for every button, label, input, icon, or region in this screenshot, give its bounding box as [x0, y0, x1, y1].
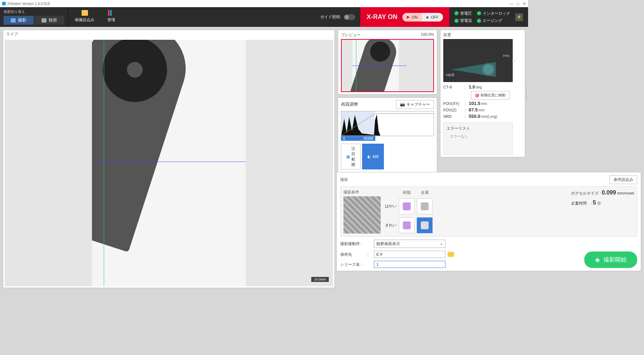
xray-source-label: X線源 [446, 73, 454, 77]
xray-status: X-RAY ON ▶ ON ■ OFF [360, 7, 449, 27]
row-fine: きれい [385, 222, 397, 228]
cond-fine-resin[interactable] [399, 217, 415, 233]
cond-fine-metal[interactable] [417, 217, 433, 233]
device-diagram[interactable]: FPD X線源 ▷ [443, 39, 513, 82]
load-image-button[interactable]: 画像読込み [68, 7, 101, 27]
shoot-title: 撮影 [340, 177, 348, 182]
live-title: ライブ [3, 30, 335, 38]
xray-on-label: X-RAY ON [367, 13, 397, 21]
capture-label: キャプチャー [406, 102, 430, 107]
aw-button[interactable]: ◐ AW [362, 144, 384, 169]
col-resin: 樹脂 [399, 190, 415, 195]
tab-observe-label: 観察 [49, 17, 57, 23]
cond-title: 撮影条件 [343, 190, 381, 195]
xray-off-button[interactable]: ■ OFF [422, 13, 443, 21]
folder-icon [82, 10, 88, 16]
arrow-right-icon[interactable]: ▷ [512, 59, 515, 63]
home-label: 初期位置に移動 [480, 93, 506, 98]
crosshair-vertical [104, 40, 104, 286]
close-icon[interactable]: ✕ [523, 1, 526, 6]
fov-z-value: 87.5 [469, 107, 478, 112]
cond-fast-metal[interactable] [417, 198, 433, 214]
preview-zoom: 100.0% [421, 32, 434, 38]
manage-icon [108, 10, 114, 16]
hist-min: 0 [341, 136, 347, 141]
guide-light-toggle[interactable] [344, 14, 355, 20]
series-name-input[interactable]: 1 [374, 261, 445, 268]
post-action-select[interactable]: 観察画面表示 ⌄ [374, 240, 445, 248]
manage-button[interactable]: 管理 [101, 7, 122, 27]
status-tube-current: 管電流 [454, 18, 472, 23]
iq-title: 画質調整 [341, 101, 358, 107]
fpd-label: FPD [503, 54, 509, 58]
live-image [92, 40, 246, 286]
capture-icon [11, 18, 16, 23]
histogram[interactable] [341, 111, 434, 136]
tab-capture[interactable]: 撮影 [4, 16, 34, 25]
condition-thumbnail [343, 196, 381, 234]
maximize-icon[interactable]: □ [517, 1, 519, 6]
save-dest-label: 保存先 [340, 252, 365, 257]
play-icon: ▶ [407, 15, 410, 19]
observe-icon [42, 18, 47, 23]
minimize-icon[interactable]: — [509, 1, 513, 6]
focus-icon: ▦ [346, 154, 350, 159]
app-icon [2, 2, 6, 5]
ct-theta-value: 1.0 [469, 84, 475, 90]
srd-label: SRD [443, 114, 463, 119]
preview-title: プレビュー [341, 32, 361, 38]
browse-folder-button[interactable] [448, 252, 454, 257]
focus-label: 注目範囲 [351, 146, 355, 167]
xray-on-text: ON [412, 15, 418, 19]
save-dest-input[interactable]: E:¥ [374, 251, 445, 258]
xray-off-text: OFF [431, 15, 439, 19]
scalebar: 14.0mm [311, 277, 329, 282]
svg-point-4 [483, 64, 494, 75]
window-titlebar: XSeeker Version 1.0.0.918 — □ ✕ [0, 0, 528, 7]
status-interlock: インターロック [477, 11, 510, 16]
xray-on-button[interactable]: ▶ ON [402, 13, 422, 21]
home-position-button[interactable]: 🎯初期位置に移動 [471, 91, 509, 100]
stop-icon: ■ [426, 15, 429, 19]
tab-observe[interactable]: 観察 [34, 16, 64, 25]
error-title: エラーリスト [447, 126, 509, 131]
manage-label: 管理 [107, 17, 115, 23]
focus-range-button[interactable]: ▦ 注目範囲 [341, 144, 361, 169]
row-fast: はやい [385, 203, 397, 209]
ct-theta-label: CT-θ [443, 85, 463, 89]
aw-label: AW [372, 154, 379, 159]
fov-z-label: FOV(Z) [443, 108, 463, 112]
chevron-down-icon: ⌄ [440, 241, 443, 246]
device-title: 装置 [443, 32, 513, 38]
lightning-button[interactable]: ⚡ [515, 13, 523, 21]
status-indicators: 管電圧 インターロック ⚡ 管電流 エージング [449, 7, 528, 27]
live-view[interactable]: 14.0mm [5, 40, 333, 286]
histogram-range: 0 30388 [341, 136, 375, 141]
cond-fast-resin[interactable] [399, 198, 415, 214]
image-quality-panel: 画質調整 📷 キャプチャー 0 30388 ▦ [338, 97, 437, 182]
srd-value: 550.0 [469, 114, 480, 119]
guide-light-control: ガイド照明: [315, 7, 360, 27]
status-tube-voltage: 管電圧 [454, 11, 472, 16]
shoot-panel: 撮影 条件読込み 撮影条件 樹脂 金属 はやい きれい ボクセルサイズ : 0.… [336, 172, 528, 271]
preview-view[interactable] [341, 39, 434, 92]
device-panel: 装置 FPD X線源 ▷ PC CT-θ: 1.0deg 🎯初期位置に移動 FO… [440, 30, 525, 157]
col-metal: 金属 [417, 190, 433, 195]
error-list: エラーリスト エラーなし [443, 123, 513, 155]
app-title: XSeeker Version 1.0.0.918 [7, 2, 50, 6]
aw-icon: ◐ [367, 154, 371, 159]
capture-button[interactable]: 📷 キャプチャー [396, 100, 434, 109]
status-aging: エージング [477, 18, 510, 23]
guide-light-label: ガイド照明: [320, 14, 341, 20]
fov-xy-value: 101.5 [469, 101, 480, 106]
screen-switch-group: 画面切り替え 撮影 観察 [0, 7, 68, 27]
xray-toggle[interactable]: ▶ ON ■ OFF [402, 13, 443, 21]
target-icon: 🎯 [475, 93, 479, 97]
error-none: エラーなし [447, 134, 509, 139]
tab-capture-label: 撮影 [18, 17, 26, 23]
fov-xy-label: FOV(XY) [443, 101, 463, 106]
pc-indicator: PC [526, 88, 528, 99]
screen-switch-label: 画面切り替え [4, 9, 64, 14]
camera-icon: 📷 [400, 102, 405, 107]
post-action-value: 観察画面表示 [376, 241, 400, 246]
